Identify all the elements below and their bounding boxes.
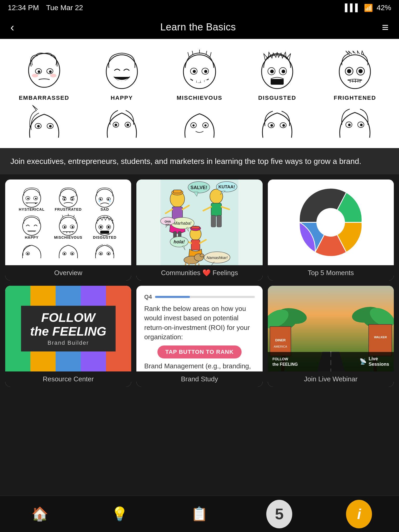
svg-rect-121 bbox=[192, 226, 200, 229]
svg-rect-86 bbox=[67, 232, 70, 234]
nav-list[interactable]: 📋 bbox=[187, 501, 212, 527]
face-label-embarrassed: EMBARRASSED bbox=[19, 95, 69, 101]
status-time: 12:34 PM bbox=[8, 4, 39, 12]
svg-point-92 bbox=[108, 226, 110, 228]
svg-point-61 bbox=[27, 198, 29, 199]
svg-point-73 bbox=[108, 198, 109, 200]
face-row2-4 bbox=[242, 103, 312, 139]
card-brandstudy[interactable]: Q4 Rank the below areas on how you would… bbox=[136, 286, 262, 387]
card-communities[interactable]: SALVE! KUTAA! hola! Marhaba! bbox=[136, 179, 262, 281]
info-badge: i bbox=[346, 500, 372, 528]
donut-chart bbox=[268, 179, 394, 265]
info-icon: i bbox=[357, 506, 361, 522]
card-image-resource: FOLLOW the FEELING Brand Builder bbox=[5, 286, 131, 371]
description-text: Join executives, entrepreneurs, students… bbox=[0, 148, 399, 174]
svg-rect-93 bbox=[100, 231, 109, 234]
nav-ideas[interactable]: 💡 bbox=[107, 501, 133, 527]
svg-point-0 bbox=[29, 54, 60, 87]
q4-progress-bar: Q4 bbox=[144, 294, 255, 300]
resource-subtitle: Brand Builder bbox=[29, 340, 108, 346]
signal-icon: ▌▌▌ bbox=[345, 4, 360, 12]
card-resource[interactable]: FOLLOW the FEELING Brand Builder Resourc… bbox=[5, 286, 131, 387]
face-frightened: FRIGHTENED bbox=[320, 48, 390, 101]
svg-point-127 bbox=[200, 254, 204, 257]
svg-point-57 bbox=[360, 124, 363, 126]
card-grid: HYSTERICAL bbox=[0, 174, 399, 392]
svg-point-62 bbox=[35, 198, 37, 199]
svg-line-130 bbox=[189, 264, 189, 265]
svg-text:Marhaba!: Marhaba! bbox=[174, 221, 191, 225]
svg-text:DINER: DINER bbox=[275, 338, 286, 342]
face-row2-5 bbox=[320, 103, 390, 139]
svg-point-74 bbox=[99, 200, 100, 202]
nav-info[interactable]: i bbox=[346, 501, 372, 527]
nav-five[interactable]: 5 bbox=[266, 501, 292, 527]
battery-icon: 42% bbox=[377, 4, 391, 12]
svg-line-131 bbox=[185, 263, 186, 265]
list-icon: 📋 bbox=[191, 506, 208, 522]
page-title: Learn the Basics bbox=[160, 22, 236, 33]
status-time-date: 12:34 PM Tue Mar 22 bbox=[8, 4, 83, 12]
face-mischievous: MISCHIEVOUS bbox=[164, 48, 234, 101]
svg-point-25 bbox=[270, 70, 274, 73]
face-drawing-row2-5 bbox=[331, 103, 378, 139]
svg-point-49 bbox=[204, 124, 207, 127]
face-label-frightened: FRIGHTENED bbox=[334, 95, 376, 101]
nav-home[interactable]: 🏠 bbox=[27, 501, 53, 527]
card-overview[interactable]: HYSTERICAL bbox=[5, 179, 131, 281]
webinar-background: DINER AMERICA WALKER FOLLOW the FEELING bbox=[268, 286, 394, 371]
svg-point-16 bbox=[193, 70, 196, 73]
five-badge: 5 bbox=[266, 500, 292, 528]
face-label-disgusted: DISGUSTED bbox=[258, 95, 296, 101]
svg-point-48 bbox=[192, 124, 195, 127]
svg-point-7 bbox=[106, 55, 137, 89]
tap-to-rank-button[interactable]: TAP BUTTON TO RANK bbox=[157, 345, 241, 358]
face-drawing-row2-3 bbox=[176, 103, 223, 139]
svg-rect-85 bbox=[64, 232, 66, 234]
resource-title: FOLLOW the FEELING bbox=[29, 311, 108, 338]
svg-point-40 bbox=[37, 125, 40, 128]
menu-button[interactable]: ≡ bbox=[382, 21, 389, 34]
svg-point-32 bbox=[358, 69, 363, 73]
svg-text:SALVE!: SALVE! bbox=[191, 185, 208, 190]
hero-section: EMBARRASSED HAPPY bbox=[0, 39, 399, 148]
face-drawing-frightened bbox=[329, 48, 381, 92]
q4-label: Q4 bbox=[144, 294, 152, 300]
face-row2-3 bbox=[164, 103, 234, 139]
face-drawing-embarrassed bbox=[18, 48, 70, 92]
svg-point-113 bbox=[210, 189, 223, 204]
svg-point-17 bbox=[204, 70, 207, 73]
svg-point-4 bbox=[49, 70, 52, 73]
svg-rect-116 bbox=[217, 215, 222, 227]
status-bar: 12:34 PM Tue Mar 22 ▌▌▌ 📶 42% bbox=[0, 0, 399, 16]
svg-text:OHA: OHA bbox=[165, 220, 171, 223]
card-label-communities: Communities ❤️ Feelings bbox=[136, 265, 262, 281]
face-row2-1 bbox=[9, 103, 79, 139]
svg-line-9 bbox=[188, 52, 189, 57]
svg-rect-114 bbox=[211, 203, 222, 216]
card-webinar[interactable]: DINER AMERICA WALKER FOLLOW the FEELING bbox=[268, 286, 394, 387]
card-label-resource: Resource Center bbox=[5, 371, 131, 387]
svg-line-129 bbox=[195, 264, 196, 265]
face-drawing-row2-4 bbox=[254, 103, 301, 139]
card-top5[interactable]: Top 5 Moments bbox=[268, 179, 394, 281]
wifi-icon: 📶 bbox=[364, 4, 373, 12]
svg-text:HA!: HA! bbox=[166, 223, 170, 226]
grid-row-2: FOLLOW the FEELING Brand Builder Resourc… bbox=[5, 286, 394, 387]
overview-faces-grid: HYSTERICAL bbox=[5, 179, 131, 265]
face-happy: HAPPY bbox=[87, 48, 157, 101]
face-embarrassed: EMBARRASSED bbox=[9, 48, 79, 101]
svg-text:WALKER: WALKER bbox=[374, 336, 387, 339]
svg-rect-18 bbox=[193, 80, 196, 83]
svg-point-26 bbox=[282, 70, 285, 73]
svg-point-53 bbox=[282, 124, 285, 127]
svg-text:hola!: hola! bbox=[174, 239, 185, 244]
svg-text:AMERICA: AMERICA bbox=[274, 345, 287, 348]
q4-progress-track bbox=[155, 296, 255, 298]
svg-point-8 bbox=[183, 55, 216, 89]
svg-point-91 bbox=[100, 226, 102, 228]
face-drawing-mischievous bbox=[174, 48, 225, 92]
card-label-webinar: Join Live Webinar bbox=[268, 371, 394, 387]
svg-point-64 bbox=[59, 189, 77, 207]
back-button[interactable]: ‹ bbox=[10, 21, 14, 34]
